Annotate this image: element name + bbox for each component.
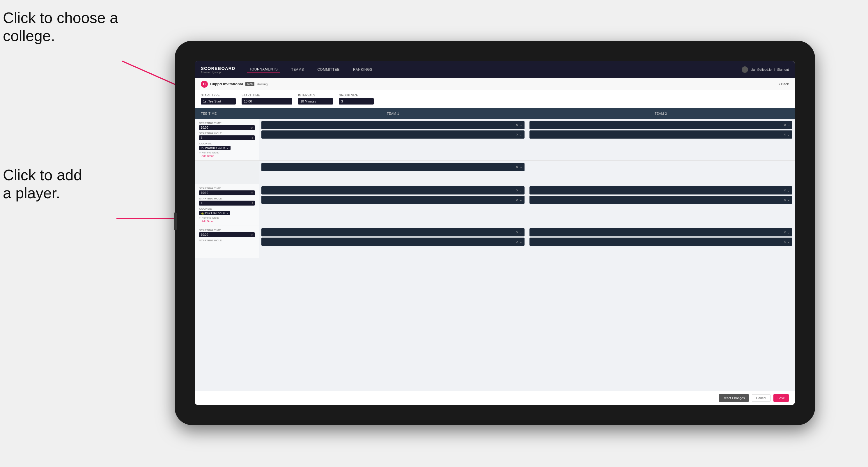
row1-hole-label: STARTING HOLE: — [199, 132, 255, 135]
header-tee-time: Tee Time — [195, 111, 259, 117]
row2-t2-slot1-expand[interactable]: ⌄ — [787, 189, 790, 192]
nav-rankings[interactable]: RANKINGS — [351, 66, 375, 73]
row1-slot2-x[interactable]: ✕ — [516, 133, 519, 136]
row2-slot2-expand[interactable]: ⌄ — [520, 198, 522, 202]
row3-slot1-x[interactable]: ✕ — [516, 230, 519, 235]
footer-bar: Reset Changes Cancel Save — [195, 391, 795, 405]
group-size-group: Group Size 3 — [339, 94, 374, 104]
row2-t2-slot2-expand[interactable]: ⌄ — [787, 198, 790, 202]
row1-remove-group[interactable]: ○Remove Group — [199, 151, 255, 154]
row2-team2-slot2[interactable]: ✕ ⌄ — [529, 196, 792, 204]
row2-time-container: ⏱ — [199, 190, 255, 195]
row2-course-value[interactable]: ⛳ East Lake GC ✕ ⌄ — [199, 211, 230, 215]
row2-course-arrow[interactable]: ⌄ — [226, 212, 228, 215]
row2-left-panel: STARTING TIME: ⏱ STARTING HOLE: ⇕ COURSE… — [195, 184, 259, 226]
table-row: STARTING TIME: ⏱ STARTING HOLE: ⇕ COURSE… — [195, 119, 795, 161]
table-row: ✕ ⌄ — [195, 161, 795, 184]
row1-team1-slot2[interactable]: ✕ ⌄ — [261, 130, 525, 138]
row3-team2-cell: ✕ ⌄ ✕ ⌄ — [527, 226, 795, 258]
back-button[interactable]: ‹ Back — [779, 82, 789, 86]
row1b-slot1-x[interactable]: ✕ — [516, 165, 519, 169]
nav-signout[interactable]: Sign out — [777, 68, 789, 71]
row3-team2-slot2[interactable]: ✕ ⌄ — [529, 238, 792, 246]
row1-course-label: COURSE: — [199, 142, 255, 145]
row3-slot1-expand[interactable]: ⌄ — [520, 230, 522, 235]
row2-remove-group[interactable]: ○Remove Group — [199, 216, 255, 219]
start-type-label: Start Type — [201, 94, 236, 97]
row2-team2-slot1[interactable]: ✕ ⌄ — [529, 186, 792, 194]
row1-hole-input[interactable] — [199, 135, 255, 140]
row1-team2-slot1[interactable]: ✕ ⌄ — [529, 121, 792, 129]
row3-t2-slot2-expand[interactable]: ⌄ — [787, 240, 790, 244]
row1b-team1-slot1[interactable]: ✕ ⌄ — [261, 163, 525, 171]
row3-slot2-expand[interactable]: ⌄ — [520, 240, 522, 244]
row3-team2-slot1[interactable]: ✕ ⌄ — [529, 228, 792, 237]
row2-course-x[interactable]: ✕ — [223, 212, 225, 215]
header-team1: Team 1 — [259, 111, 527, 117]
row1-t2-slot1-x[interactable]: ✕ — [783, 123, 786, 127]
nav-committee[interactable]: COMMITTEE — [315, 66, 342, 73]
intervals-select[interactable]: 10 Minutes — [298, 98, 333, 104]
row2-hole-label: STARTING HOLE: — [199, 197, 255, 200]
nav-teams[interactable]: TEAMS — [289, 66, 306, 73]
cancel-button[interactable]: Cancel — [752, 394, 771, 402]
row2-add-group[interactable]: +Add Group — [199, 220, 255, 223]
row2-hole-input[interactable] — [199, 200, 255, 206]
event-hosting: Hosting — [257, 83, 268, 86]
row2-hole-container: ⇕ — [199, 200, 255, 206]
nav-tournaments[interactable]: TOURNAMENTS — [247, 66, 280, 73]
intervals-group: Intervals 10 Minutes — [298, 94, 333, 104]
row1-course-arrow[interactable]: ⌄ — [226, 147, 229, 149]
start-time-label: Start Time — [242, 94, 292, 97]
row2-team1-slot1[interactable]: ✕ ⌄ — [261, 186, 525, 194]
row3-slot2-x[interactable]: ✕ — [516, 240, 519, 244]
row1-arrows-icon: ⇕ — [251, 136, 253, 139]
row2-t2-slot2-x[interactable]: ✕ — [783, 198, 786, 202]
row3-team1-cell: ✕ ⌄ ✕ ⌄ — [259, 226, 527, 258]
row3-time-container: ⏱ — [199, 232, 255, 237]
row1-slot2-expand[interactable]: ⌄ — [520, 133, 522, 136]
save-button[interactable]: Save — [773, 394, 789, 402]
row3-t2-slot1-expand[interactable]: ⌄ — [787, 230, 790, 235]
annotation-add-player: Click to adda player. — [3, 166, 82, 203]
start-type-select[interactable]: 1st Tee Start — [201, 98, 236, 104]
settings-bar: Start Type 1st Tee Start Start Time Inte… — [195, 90, 795, 108]
row1-team2-slot2[interactable]: ✕ ⌄ — [529, 130, 792, 138]
row2-t2-slot1-x[interactable]: ✕ — [783, 189, 786, 192]
row2-team1-slot2[interactable]: ✕ ⌄ — [261, 196, 525, 204]
row3-team1-slot2[interactable]: ✕ ⌄ — [261, 238, 525, 246]
row3-t2-slot2-x[interactable]: ✕ — [783, 240, 786, 244]
row3-team1-slot1[interactable]: ✕ ⌄ — [261, 228, 525, 237]
row1-start-time-input[interactable] — [199, 125, 255, 130]
row1-t2-slot1-expand[interactable]: ⌄ — [787, 123, 790, 127]
group-size-select[interactable]: 3 — [339, 98, 374, 104]
row1-add-group[interactable]: +Add Group — [199, 155, 255, 157]
row3-start-time-input[interactable] — [199, 232, 255, 237]
event-logo: C — [201, 81, 208, 88]
content-area: Start Type 1st Tee Start Start Time Inte… — [195, 90, 795, 391]
event-gender-badge: Men — [245, 82, 254, 86]
row1-course-value[interactable]: (A) Peachtree GC ✕ ⌄ — [199, 146, 230, 150]
row1-t2-slot2-x[interactable]: ✕ — [783, 133, 786, 136]
table-row: STARTING TIME: ⏱ STARTING HOLE: ⇕ COURSE… — [195, 184, 795, 226]
row1-course-x[interactable]: ✕ — [223, 147, 225, 149]
row2-slot2-x[interactable]: ✕ — [516, 198, 519, 202]
row3-left-panel: STARTING TIME: ⏱ STARTING HOLE: — [195, 226, 259, 258]
row1-t2-slot2-expand[interactable]: ⌄ — [787, 133, 790, 136]
row2-slot1-x[interactable]: ✕ — [516, 189, 519, 192]
row1-slot1-expand[interactable]: ⌄ — [520, 123, 522, 127]
row1b-slot1-expand[interactable]: ⌄ — [520, 165, 522, 169]
row1-team1-slot1[interactable]: ✕ ⌄ — [261, 121, 525, 129]
row2-start-time-input[interactable] — [199, 190, 255, 195]
row1-team2-cell: ✕ ⌄ ✕ ⌄ — [527, 119, 795, 160]
row1-team1-cell: ✕ ⌄ ✕ ⌄ — [259, 119, 527, 160]
reset-button[interactable]: Reset Changes — [719, 394, 749, 402]
event-title: Clippd Invitational — [210, 82, 243, 86]
row1-course-tag: (A) Peachtree GC ✕ ⌄ — [199, 146, 255, 150]
nav-avatar — [742, 66, 748, 73]
row2-slot1-expand[interactable]: ⌄ — [520, 189, 522, 192]
row3-t2-slot1-x[interactable]: ✕ — [783, 230, 786, 235]
row1-slot1-x[interactable]: ✕ — [516, 123, 519, 127]
nav-email: blair@clippd.io — [750, 68, 771, 71]
start-time-input[interactable] — [242, 98, 292, 104]
